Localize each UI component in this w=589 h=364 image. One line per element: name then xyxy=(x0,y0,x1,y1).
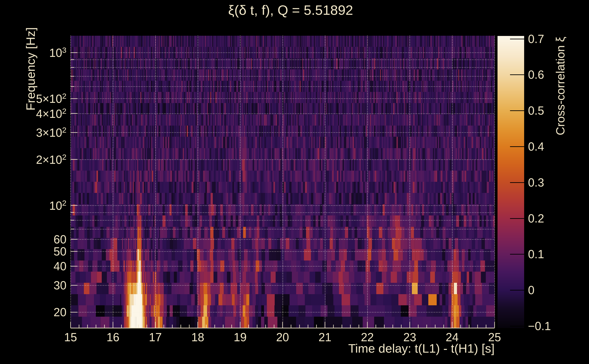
x-tick-label: 21 xyxy=(318,331,331,344)
colorbar-tick-label: 0.2 xyxy=(528,212,544,225)
x-tick-label: 19 xyxy=(234,331,247,344)
x-tick-label: 22 xyxy=(361,331,374,344)
spectrogram-canvas xyxy=(0,0,589,364)
colorbar-tick-label: 0.1 xyxy=(528,247,544,261)
figure-canvas: ξ(δ t, f), Q = 5.51892 Time delay: t(L1)… xyxy=(0,0,589,364)
y-tick-label: 2×102 xyxy=(36,152,66,166)
y-tick-label: 5×102 xyxy=(36,92,66,105)
y-tick-label: 30 xyxy=(53,279,66,292)
x-tick-label: 23 xyxy=(403,331,416,344)
y-tick-label: 3×102 xyxy=(36,126,66,139)
x-tick-label: 15 xyxy=(64,331,77,344)
x-tick-label: 25 xyxy=(488,331,501,344)
x-tick-label: 16 xyxy=(106,331,119,344)
colorbar-tick-label: 0.3 xyxy=(528,176,544,189)
colorbar-title: Cross-correlation ξ xyxy=(554,37,567,135)
y-tick-label: 20 xyxy=(53,306,66,319)
x-tick-label: 20 xyxy=(276,331,289,344)
y-tick-label: 40 xyxy=(53,260,66,273)
chart-title: ξ(δ t, f), Q = 5.51892 xyxy=(228,2,353,18)
y-axis-title: Frequency [Hz] xyxy=(23,27,38,110)
y-tick-label: 4×102 xyxy=(36,106,66,120)
colorbar-tick-label: 0.5 xyxy=(528,104,544,117)
colorbar-tick-label: 0.6 xyxy=(528,68,544,81)
colorbar-tick-label: 0.7 xyxy=(528,32,544,46)
y-tick-label: 50 xyxy=(53,245,66,258)
x-tick-label: 24 xyxy=(446,331,458,344)
y-tick-label: 103 xyxy=(49,46,66,60)
y-tick-label: 60 xyxy=(53,233,66,246)
colorbar-tick-label: 0 xyxy=(528,283,534,297)
colorbar-tick-label: −0.1 xyxy=(528,319,551,333)
colorbar-tick-label: 0.4 xyxy=(528,140,544,153)
x-tick-label: 17 xyxy=(149,331,162,344)
x-tick-label: 18 xyxy=(191,331,204,344)
y-tick-label: 102 xyxy=(49,198,66,212)
